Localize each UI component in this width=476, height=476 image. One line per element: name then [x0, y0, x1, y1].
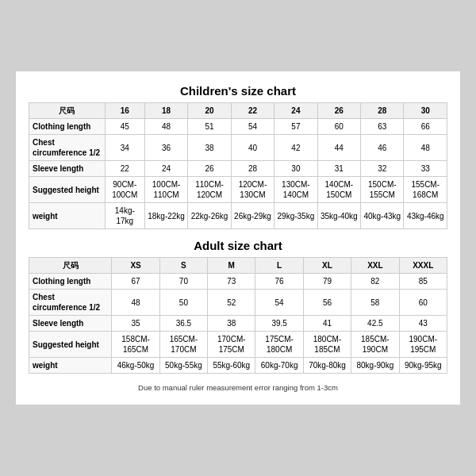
cell-r3-c5: 140CM-150CM [317, 177, 360, 203]
cell-r0-c1: 48 [144, 119, 187, 135]
cell-r0-c5: 82 [351, 274, 399, 290]
cell-r3-c5: 185CM-190CM [351, 332, 399, 358]
column-header-3: M [208, 258, 255, 274]
row-label: weight [29, 358, 112, 374]
children-header-row: 尺码1618202224262830 [29, 103, 447, 119]
cell-r4-c6: 40kg-43kg [361, 203, 404, 229]
cell-r4-c0: 46kg-50kg [112, 358, 159, 374]
cell-r1-c1: 36 [144, 135, 187, 161]
column-header-2: S [159, 258, 207, 274]
cell-r0-c5: 60 [317, 119, 360, 135]
size-chart-card: Children's size chart 尺码1618202224262830… [16, 71, 460, 405]
cell-r0-c2: 51 [188, 119, 231, 135]
row-label: Suggested height [29, 332, 112, 358]
cell-r2-c4: 41 [303, 316, 351, 332]
table-row: Clothing length4548515457606366 [29, 119, 447, 135]
cell-r4-c5: 35kg-40kg [317, 203, 360, 229]
row-label: Suggested height [29, 177, 106, 203]
row-label: weight [29, 203, 106, 229]
cell-r3-c3: 120CM-130CM [231, 177, 274, 203]
cell-r1-c5: 58 [351, 290, 399, 316]
column-header-0: 尺码 [29, 258, 112, 274]
cell-r4-c1: 18kg-22kg [144, 203, 187, 229]
column-header-0: 尺码 [29, 103, 106, 119]
cell-r2-c3: 28 [231, 161, 274, 177]
cell-r1-c6: 60 [399, 290, 447, 316]
cell-r1-c7: 48 [404, 135, 447, 161]
cell-r0-c3: 54 [231, 119, 274, 135]
column-header-6: XXL [351, 258, 399, 274]
cell-r4-c6: 90kg-95kg [399, 358, 447, 374]
cell-r0-c4: 57 [274, 119, 317, 135]
cell-r1-c1: 50 [159, 290, 207, 316]
table-row: Suggested height90CM-100CM100CM-110CM110… [29, 177, 447, 203]
cell-r2-c7: 33 [404, 161, 447, 177]
cell-r4-c4: 70kg-80kg [303, 358, 351, 374]
table-row: weight46kg-50kg50kg-55kg55kg-60kg60kg-70… [29, 358, 447, 374]
cell-r3-c6: 150CM-155CM [361, 177, 404, 203]
cell-r2-c1: 24 [144, 161, 187, 177]
cell-r1-c5: 44 [317, 135, 360, 161]
cell-r2-c6: 32 [361, 161, 404, 177]
cell-r0-c6: 85 [399, 274, 447, 290]
adult-chart-title: Adult size chart [29, 239, 447, 252]
cell-r3-c7: 155CM-168CM [404, 177, 447, 203]
row-label: Chest circumference 1/2 [29, 135, 106, 161]
column-header-8: 30 [404, 103, 447, 119]
cell-r1-c3: 40 [231, 135, 274, 161]
row-label: Sleeve length [29, 161, 106, 177]
table-row: Suggested height158CM-165CM165CM-170CM17… [29, 332, 447, 358]
cell-r2-c5: 31 [317, 161, 360, 177]
measurement-note: Due to manual ruler measurement error ra… [29, 383, 447, 392]
row-label: Clothing length [29, 274, 112, 290]
adult-header-row: 尺码XSSMLXLXXLXXXL [29, 258, 447, 274]
table-row: Chest circumference 1/23436384042444648 [29, 135, 447, 161]
cell-r2-c0: 22 [105, 161, 144, 177]
column-header-3: 20 [188, 103, 231, 119]
cell-r2-c3: 39.5 [255, 316, 303, 332]
children-table: 尺码1618202224262830 Clothing length454851… [29, 102, 447, 229]
table-row: Sleeve length2224262830313233 [29, 161, 447, 177]
cell-r4-c1: 50kg-55kg [159, 358, 207, 374]
adult-table: 尺码XSSMLXLXXLXXXL Clothing length67707376… [29, 257, 447, 374]
column-header-4: 22 [231, 103, 274, 119]
cell-r1-c2: 52 [208, 290, 255, 316]
cell-r4-c7: 43kg-46kg [404, 203, 447, 229]
cell-r1-c6: 46 [361, 135, 404, 161]
table-row: weight14kg-17kg18kg-22kg22kg-26kg26kg-29… [29, 203, 447, 229]
cell-r0-c1: 70 [159, 274, 207, 290]
cell-r2-c2: 26 [188, 161, 231, 177]
table-row: Chest circumference 1/248505254565860 [29, 290, 447, 316]
cell-r3-c0: 158CM-165CM [112, 332, 159, 358]
cell-r1-c0: 34 [105, 135, 144, 161]
cell-r3-c1: 100CM-110CM [144, 177, 187, 203]
column-header-4: L [255, 258, 303, 274]
cell-r1-c2: 38 [188, 135, 231, 161]
cell-r3-c4: 180CM-185CM [303, 332, 351, 358]
cell-r3-c6: 190CM-195CM [399, 332, 447, 358]
cell-r4-c0: 14kg-17kg [105, 203, 144, 229]
cell-r4-c3: 60kg-70kg [255, 358, 303, 374]
cell-r2-c4: 30 [274, 161, 317, 177]
cell-r4-c2: 22kg-26kg [188, 203, 231, 229]
cell-r4-c2: 55kg-60kg [208, 358, 255, 374]
cell-r2-c6: 43 [399, 316, 447, 332]
cell-r0-c6: 63 [361, 119, 404, 135]
cell-r4-c5: 80kg-90kg [351, 358, 399, 374]
children-chart-title: Children's size chart [29, 84, 447, 98]
cell-r0-c0: 67 [112, 274, 159, 290]
cell-r4-c3: 26kg-29kg [231, 203, 274, 229]
row-label: Sleeve length [29, 316, 112, 332]
cell-r3-c0: 90CM-100CM [105, 177, 144, 203]
cell-r1-c4: 56 [303, 290, 351, 316]
table-row: Sleeve length3536.53839.54142.543 [29, 316, 447, 332]
cell-r2-c5: 42.5 [351, 316, 399, 332]
cell-r3-c2: 110CM-120CM [188, 177, 231, 203]
column-header-7: 28 [361, 103, 404, 119]
cell-r1-c4: 42 [274, 135, 317, 161]
cell-r2-c2: 38 [208, 316, 255, 332]
column-header-5: XL [303, 258, 351, 274]
cell-r3-c2: 170CM-175CM [208, 332, 255, 358]
cell-r0-c4: 79 [303, 274, 351, 290]
cell-r3-c3: 175CM-180CM [255, 332, 303, 358]
